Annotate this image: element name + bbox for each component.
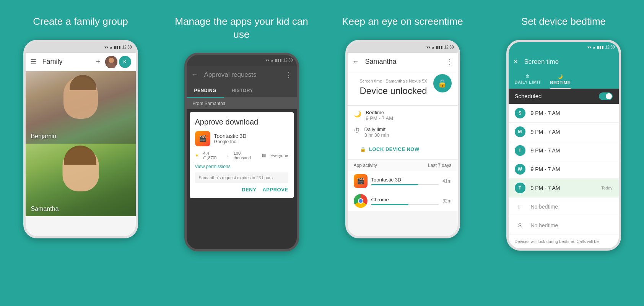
- battery-icon-3: ▮▮▮: [436, 45, 443, 49]
- wednesday-circle: W: [515, 164, 525, 175]
- app-activity-label: App activity: [354, 163, 377, 168]
- benjamin-bg: Benjamin: [26, 71, 136, 144]
- family-title: Family: [42, 58, 96, 66]
- toontastic-bar: [371, 184, 439, 185]
- tuesday-circle: T: [515, 145, 525, 156]
- monday-time: 9 PM - 7 AM: [531, 129, 613, 135]
- panel3-title: Keep an eye on screentime: [330, 15, 475, 28]
- svg-point-1: [109, 58, 114, 63]
- panel-bedtime: Set device bedtime ▾▾ ▲ ▮▮▮ 12:30 ✕ Scre…: [483, 0, 644, 306]
- panel2-title: Manage the apps your kid can use: [161, 15, 322, 41]
- view-permissions-link[interactable]: View permissions: [195, 164, 288, 169]
- toontastic-fill: [371, 184, 419, 185]
- chrome-usage: Chrome: [371, 197, 439, 205]
- moon-tab-icon: 🌙: [558, 74, 563, 79]
- add-member-button[interactable]: +: [96, 57, 101, 66]
- day-row-saturday[interactable]: S No bedtime: [509, 216, 619, 235]
- toontastic-usage: Toontastic 3D: [371, 177, 439, 185]
- battery-icon-2: ▮▮▮: [275, 58, 282, 62]
- phone-screentime: ▾▾ ▲ ▮▮▮ 12:30 ← Samantha ⋮ Screen time …: [345, 40, 460, 238]
- status-bar-3: ▾▾ ▲ ▮▮▮ 12:30: [348, 42, 458, 53]
- lock-now-text: LOCK DEVICE NOW: [369, 146, 420, 152]
- benjamin-photo: Benjamin: [26, 71, 136, 144]
- chrome-time: 32m: [442, 198, 451, 204]
- daily-limit-tab-label: DAILY LIMIT: [515, 80, 541, 84]
- more-button-3[interactable]: ⋮: [446, 57, 453, 66]
- tab-pending[interactable]: PENDING: [187, 84, 224, 98]
- panel4-title: Set device bedtime: [510, 15, 617, 28]
- day-row-thursday[interactable]: T 9 PM - 7 AM Today: [509, 179, 619, 198]
- timer-tab-icon: ⏱: [525, 74, 530, 79]
- back-button-3[interactable]: ←: [352, 58, 359, 66]
- day-row-friday[interactable]: F No bedtime: [509, 198, 619, 216]
- samantha-hair: [64, 146, 96, 165]
- bedtime-row: 🌙 Bedtime 9 PM - 7 AM ⏱ Daily limit 3 hr…: [348, 106, 458, 159]
- lock-now-button[interactable]: 🔒 LOCK DEVICE NOW: [354, 143, 452, 155]
- status-icons-1: ▾▾ ▲ ▮▮▮ 12:30: [104, 45, 132, 49]
- signal-icon-4: ▾▾: [587, 45, 591, 49]
- deny-button[interactable]: DENY: [242, 187, 256, 193]
- hamburger-icon[interactable]: ☰: [30, 58, 36, 66]
- day-row-sunday[interactable]: S 9 PM - 7 AM: [509, 104, 619, 123]
- day-row-wednesday[interactable]: W 9 PM - 7 AM: [509, 160, 619, 179]
- signal-icon-3: ▾▾: [426, 45, 430, 49]
- panel-apps: Manage the apps your kid can use ▾▾ ▲ ▮▮…: [161, 0, 322, 306]
- approval-title: Approval requests: [204, 71, 285, 79]
- phone-apps: ▾▾ ▲ ▮▮▮ 12:30 ← Approval requests ⋮ PEN…: [184, 53, 299, 251]
- app-details: Toontastic 3D Google Inc.: [214, 133, 247, 144]
- approve-card: Approve download 🎬 Toontastic 3D Google …: [190, 112, 294, 198]
- tab-history[interactable]: HISTORY: [224, 84, 261, 97]
- daily-value: 3 hr 30 min: [364, 132, 389, 138]
- wifi-icon-3: ▲: [431, 45, 435, 49]
- thursday-circle: T: [515, 183, 525, 193]
- tab-bedtime[interactable]: 🌙 BEDTIME: [550, 71, 571, 89]
- toontastic-name: Toontastic 3D: [371, 177, 439, 183]
- wifi-icon-2: ▲: [270, 58, 274, 62]
- bedtime-value: 9 PM - 7 AM: [366, 115, 394, 121]
- samantha-name: Samantha: [31, 206, 130, 212]
- sunday-circle: S: [515, 108, 525, 118]
- sunday-time: 9 PM - 7 AM: [531, 110, 613, 116]
- phone-family: ▾▾ ▲ ▮▮▮ 12:30 ☰ Family + K: [23, 40, 138, 238]
- approve-title: Approve download: [195, 118, 288, 126]
- wifi-icon: ▲: [109, 45, 113, 49]
- footer-note: Devices will lock during bedtime. Calls …: [509, 235, 619, 248]
- battery-icon-4: ▮▮▮: [597, 45, 604, 49]
- time-display-3: 12:30: [444, 45, 454, 49]
- avatar-group: K: [105, 56, 131, 68]
- day-row-monday[interactable]: M 9 PM - 7 AM: [509, 123, 619, 141]
- status-bar-1: ▾▾ ▲ ▮▮▮ 12:30: [26, 42, 136, 53]
- toontastic-row: 🎬 Toontastic 3D 41m: [348, 171, 458, 191]
- app-rating: 4.4 (1,870): [203, 151, 223, 160]
- close-button[interactable]: ✕: [513, 58, 518, 65]
- back-button-2[interactable]: ←: [191, 71, 198, 79]
- today-badge: Today: [601, 186, 612, 190]
- app-activity-header: App activity Last 7 days: [348, 159, 458, 171]
- lock-icon-small: 🔒: [360, 146, 366, 152]
- samantha-header: Samantha: [365, 58, 446, 66]
- status-icons-2: ▾▾ ▲ ▮▮▮ 12:30: [265, 58, 293, 62]
- avatar-parent: [105, 56, 117, 68]
- approval-app-bar: ← Approval requests ⋮: [187, 66, 297, 84]
- chrome-bar: [371, 204, 439, 205]
- samantha-bg: Samantha: [26, 144, 136, 216]
- bedtime-details: Bedtime 9 PM - 7 AM: [366, 110, 394, 121]
- panel1-title: Create a family group: [21, 15, 140, 28]
- panel-family: Create a family group ▾▾ ▲ ▮▮▮ 12:30 ☰ F…: [0, 0, 161, 306]
- time-display-4: 12:30: [605, 45, 615, 49]
- action-buttons: DENY APPROVE: [195, 187, 288, 193]
- day-row-tuesday[interactable]: T 9 PM - 7 AM: [509, 141, 619, 160]
- tab-daily-limit[interactable]: ⏱ DAILY LIMIT: [515, 71, 541, 89]
- download-icon: ↓: [227, 153, 229, 158]
- bedtime-tab-label: BEDTIME: [550, 80, 571, 85]
- more-button-2[interactable]: ⋮: [285, 71, 292, 79]
- chrome-name: Chrome: [371, 197, 439, 202]
- approve-button[interactable]: APPROVE: [262, 187, 288, 193]
- time-display-1: 12:30: [122, 45, 132, 49]
- thursday-time: 9 PM - 7 AM: [531, 185, 602, 191]
- scheduled-toggle[interactable]: [599, 92, 613, 100]
- toontastic-time: 41m: [442, 178, 451, 184]
- saturday-time: No bedtime: [531, 222, 613, 228]
- bedtime-label: Bedtime: [366, 110, 394, 115]
- toontastic-icon-2: 🎬: [354, 174, 368, 188]
